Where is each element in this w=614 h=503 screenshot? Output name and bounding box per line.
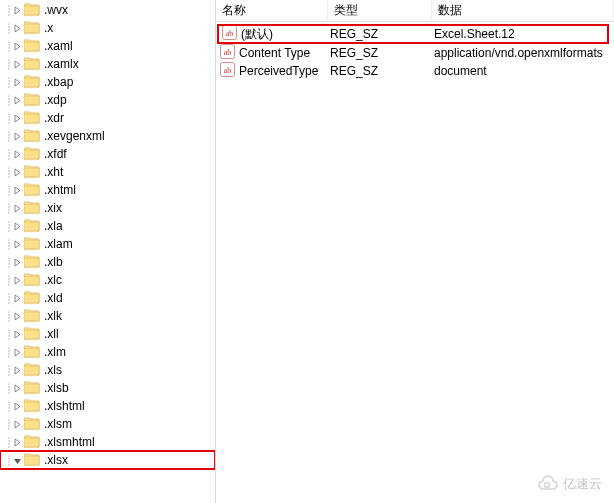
tree-item-label: .xlsm [44,417,72,431]
chevron-right-icon[interactable] [12,131,23,142]
chevron-right-icon[interactable] [12,419,23,430]
value-data: application/vnd.openxmlformats [434,46,603,60]
tree-item[interactable]: ┊.xlc [0,271,215,289]
tree-item[interactable]: ┊.xht [0,163,215,181]
chevron-right-icon[interactable] [12,383,23,394]
folder-icon [24,452,44,469]
tree-connector: ┊ [6,419,10,430]
tree-item[interactable]: ┊.xamlx [0,55,215,73]
chevron-right-icon[interactable] [12,95,23,106]
tree-item[interactable]: ┊.xlk [0,307,215,325]
tree-item[interactable]: ┊.xlsm [0,415,215,433]
tree-connector: ┊ [6,5,10,16]
chevron-right-icon[interactable] [12,77,23,88]
tree-item[interactable]: ┊.xlsb [0,379,215,397]
chevron-right-icon[interactable] [12,275,23,286]
tree-item-label: .xix [44,201,62,215]
folder-icon [24,380,44,397]
chevron-down-icon[interactable] [12,455,23,466]
chevron-right-icon[interactable] [12,59,23,70]
chevron-right-icon[interactable] [12,221,23,232]
tree-item[interactable]: ┊.xld [0,289,215,307]
tree-connector: ┊ [6,311,10,322]
string-value-icon: ab [222,25,241,43]
tree-item-label: .xlc [44,273,62,287]
chevron-right-icon[interactable] [12,239,23,250]
chevron-right-icon[interactable] [12,203,23,214]
column-header-name[interactable]: 名称 [216,0,328,21]
folder-icon [24,128,44,145]
tree-item-label: .xht [44,165,63,179]
folder-icon [24,236,44,253]
string-value-icon: ab [220,62,239,80]
tree-connector: ┊ [6,437,10,448]
tree-item-label: .wvx [44,3,68,17]
tree-connector: ┊ [6,293,10,304]
tree-item[interactable]: ┊.xevgenxml [0,127,215,145]
tree-connector: ┊ [6,95,10,106]
tree-item[interactable]: ┊.xdr [0,109,215,127]
value-data: Excel.Sheet.12 [434,27,515,41]
tree-item[interactable]: ┊.xla [0,217,215,235]
tree-panel[interactable]: ┊.wvx┊.x┊.xaml┊.xamlx┊.xbap┊.xdp┊.xdr┊.x… [0,0,216,503]
tree-item-label: .xlb [44,255,63,269]
chevron-right-icon[interactable] [12,23,23,34]
chevron-right-icon[interactable] [12,365,23,376]
registry-value-row[interactable]: abContent TypeREG_SZapplication/vnd.open… [216,44,614,62]
chevron-right-icon[interactable] [12,311,23,322]
tree-item[interactable]: ┊.xlshtml [0,397,215,415]
value-data: document [434,64,487,78]
chevron-right-icon[interactable] [12,5,23,16]
tree-item[interactable]: ┊.xls [0,361,215,379]
chevron-right-icon[interactable] [12,185,23,196]
tree-item-label: .xdr [44,111,64,125]
watermark-text: 亿速云 [563,475,602,493]
tree-item[interactable]: ┊.xhtml [0,181,215,199]
tree-item[interactable]: ┊.xlam [0,235,215,253]
chevron-right-icon[interactable] [12,401,23,412]
tree-item[interactable]: ┊.xix [0,199,215,217]
svg-text:ab: ab [224,48,232,57]
tree-item[interactable]: ┊.xll [0,325,215,343]
folder-icon [24,146,44,163]
chevron-right-icon[interactable] [12,293,23,304]
chevron-right-icon[interactable] [12,329,23,340]
tree-item-label: .xla [44,219,63,233]
folder-icon [24,362,44,379]
tree-connector: ┊ [6,347,10,358]
folder-icon [24,92,44,109]
tree-item-label: .xlshtml [44,399,85,413]
tree-item[interactable]: ┊.xlb [0,253,215,271]
tree-item[interactable]: ┊.xdp [0,91,215,109]
tree-item[interactable]: ┊.xlm [0,343,215,361]
tree-item-label: .xdp [44,93,67,107]
tree-item[interactable]: ┊.x [0,19,215,37]
tree-connector: ┊ [6,365,10,376]
registry-value-row[interactable]: ab(默认)REG_SZExcel.Sheet.12 [218,25,608,43]
chevron-right-icon[interactable] [12,41,23,52]
chevron-right-icon[interactable] [12,113,23,124]
value-type: REG_SZ [330,46,378,60]
tree-item[interactable]: ┊.xaml [0,37,215,55]
chevron-right-icon[interactable] [12,257,23,268]
column-header-type[interactable]: 类型 [328,0,432,21]
folder-icon [24,164,44,181]
registry-value-row[interactable]: abPerceivedTypeREG_SZdocument [216,62,614,80]
column-header-data[interactable]: 数据 [432,0,614,21]
tree-item[interactable]: ┊.wvx [0,1,215,19]
chevron-right-icon[interactable] [12,437,23,448]
tree-item[interactable]: ┊.xlsmhtml [0,433,215,451]
tree-item[interactable]: ┊.xfdf [0,145,215,163]
tree-item[interactable]: ┊.xbap [0,73,215,91]
chevron-right-icon[interactable] [12,167,23,178]
folder-icon [24,254,44,271]
chevron-right-icon[interactable] [12,149,23,160]
chevron-right-icon[interactable] [12,347,23,358]
folder-icon [24,218,44,235]
folder-icon [24,200,44,217]
tree-item-label: .xbap [44,75,73,89]
tree-item[interactable]: ┊.xlsx [0,451,215,469]
tree-connector: ┊ [6,455,10,466]
tree-item-label: .xlsx [44,453,68,467]
folder-icon [24,56,44,73]
